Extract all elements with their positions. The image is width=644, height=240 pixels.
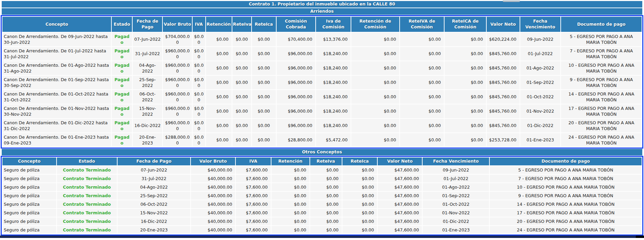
cell-valor-bruto: $960,000.00 xyxy=(163,61,192,75)
cell-documento: 10 - EGRESO POR PAGO A ANA MARIA TOBÓN xyxy=(561,61,642,75)
cell-retencion: $0.00 xyxy=(206,33,232,46)
cell-concepto: Canon De Arrendamiento. De 09-Jun-2022 h… xyxy=(2,33,111,46)
cell-comision-cobrada: $70,400.00 xyxy=(277,33,316,46)
cell-concepto: Canon De Arrendamiento. De 01-Jul-2022 h… xyxy=(2,47,111,61)
cell-reteiva-comision: $0.00 xyxy=(400,104,444,118)
cell-reteica: $0.00 xyxy=(252,76,276,89)
column-header-reteica: ReteIca xyxy=(252,17,276,32)
cell-reteiva-comision: $0.00 xyxy=(400,133,444,147)
cell-retencion: $0.00 xyxy=(206,61,232,75)
cell-fecha-vencimiento: 01-Ago-2022 xyxy=(423,183,489,191)
column-header-iva-de-comision: Iva de Comisión xyxy=(316,17,351,32)
cell-estado: Contrato Terminado xyxy=(57,209,117,217)
cell-comision-cobrada: $96,000.00 xyxy=(277,119,316,132)
column-header-fecha-de-pago: Fecha de Pago xyxy=(133,17,162,32)
cell-retencion-comision: $0.00 xyxy=(351,133,399,147)
cell-iva: $7,600.00 xyxy=(236,209,270,217)
column-header-documento-de-pago: Documento de pago xyxy=(561,17,642,32)
cell-iva: $7,600.00 xyxy=(236,217,270,225)
cell-iva-comision: $5,472.00 xyxy=(316,133,351,147)
cell-reteiva: $0.00 xyxy=(310,226,342,234)
cell-fecha-pago: 04-Ago-2022 xyxy=(118,183,190,191)
cell-valor-neto: $47,600.00 xyxy=(378,209,422,217)
cell-iva: $0.00 xyxy=(193,61,205,75)
table-row: Seguro de pólizaContrato Terminado25-Sep… xyxy=(2,192,642,200)
cell-valor-bruto: $40,000.00 xyxy=(191,175,235,182)
cell-fecha-vencimiento: 09-Jun-2022 xyxy=(423,166,489,174)
cell-documento: 20 - EGRESO POR PAGO A ANA MARIA TOBÓN xyxy=(490,217,642,225)
cell-fecha-vencimiento: 01-Sep-2022 xyxy=(423,192,489,200)
column-header-iva: IVA xyxy=(236,157,270,165)
column-header-valor-neto: Valor Neto xyxy=(378,157,422,165)
table-row: Canon De Arrendamiento. De 01-Nov-2022 h… xyxy=(2,104,642,118)
cell-reteica: $0.00 xyxy=(342,209,377,217)
cell-reteica: $0.00 xyxy=(342,175,377,182)
table-row: Canon De Arrendamiento. De 01-Ago-2022 h… xyxy=(2,61,642,75)
cell-valor-bruto: $704,000.00 xyxy=(163,33,192,46)
cell-retencion-comision: $0.00 xyxy=(351,61,399,75)
cell-estado: Pagado xyxy=(112,47,132,61)
cell-reteiva: $0.00 xyxy=(232,119,251,132)
cell-estado: Contrato Terminado xyxy=(57,166,117,174)
table-row: Canon De Arrendamiento. De 09-Jun-2022 h… xyxy=(2,33,642,46)
cell-documento: 20 - EGRESO POR PAGO A ANA MARIA TOBÓN xyxy=(561,119,642,132)
cell-estado: Contrato Terminado xyxy=(57,200,117,208)
cell-comision-cobrada: $96,000.00 xyxy=(277,90,316,104)
cell-reteica-comision: $0.00 xyxy=(445,133,486,147)
section-bar-otros-conceptos: Otros Conceptos xyxy=(2,149,642,155)
cell-fecha-vencimiento: 01-Dic-2022 xyxy=(423,217,489,225)
cell-valor-bruto: $40,000.00 xyxy=(191,200,235,208)
cell-valor-bruto: $40,000.00 xyxy=(191,166,235,174)
cell-fecha-pago: 15-Nov-2022 xyxy=(133,104,162,118)
column-header-retencion: Retención xyxy=(271,157,309,165)
cell-reteica: $0.00 xyxy=(342,183,377,191)
cell-retencion: $0.00 xyxy=(271,192,309,200)
column-header-concepto: Concepto xyxy=(2,157,56,165)
cell-fecha-pago: 06-Oct-2022 xyxy=(118,200,190,208)
cell-iva-comision: $18,240.00 xyxy=(316,61,351,75)
table-row: Seguro de pólizaContrato Terminado04-Ago… xyxy=(2,183,642,191)
cell-concepto: Seguro de póliza xyxy=(2,226,56,234)
cell-reteiva-comision: $0.00 xyxy=(400,119,444,132)
cell-documento: 5 - EGRESO POR PAGO A ANA MARIA TOBÓN xyxy=(561,33,642,46)
cell-iva: $0.00 xyxy=(193,133,205,147)
cell-reteica: $0.00 xyxy=(342,192,377,200)
cell-estado: Contrato Terminado xyxy=(57,192,117,200)
cell-retencion-comision: $0.00 xyxy=(351,33,399,46)
cell-concepto: Seguro de póliza xyxy=(2,200,56,208)
cell-estado: Pagado xyxy=(112,33,132,46)
cell-fecha-vencimiento: 01-Ene-2023 xyxy=(423,226,489,234)
cell-estado: Contrato Terminado xyxy=(57,175,117,182)
cell-concepto: Seguro de póliza xyxy=(2,217,56,225)
otros-conceptos-table: Concepto Estado Fecha de Pago Valor Brut… xyxy=(2,157,642,235)
cell-estado: Pagado xyxy=(112,104,132,118)
cell-retencion: $0.00 xyxy=(206,47,232,61)
cell-concepto: Canon De Arrendamiento. De 01-Nov-2022 h… xyxy=(2,104,111,118)
cell-retencion: $0.00 xyxy=(206,133,232,147)
cut-off-tab[interactable] xyxy=(503,0,520,2)
cell-retencion: $0.00 xyxy=(271,175,309,182)
cell-fecha-vencimiento: 01-Dic-2022 xyxy=(520,119,560,132)
cell-valor-bruto: $960,000.00 xyxy=(163,119,192,132)
cell-reteica: $0.00 xyxy=(252,61,276,75)
cell-documento: 7 - EGRESO POR PAGO A ANA MARIA TOBÓN xyxy=(561,47,642,61)
cell-reteica-comision: $0.00 xyxy=(445,104,486,118)
cell-valor-neto: $47,600.00 xyxy=(378,166,422,174)
cell-iva: $7,600.00 xyxy=(236,166,270,174)
column-header-comision-cobrada: Comisión Cobrada xyxy=(277,17,316,32)
table-row: Canon De Arrendamiento. De 01-Jul-2022 h… xyxy=(2,47,642,61)
cell-concepto: Canon De Arrendamiento. De 01-Sep-2022 h… xyxy=(2,76,111,89)
cell-iva: $0.00 xyxy=(193,119,205,132)
cell-retencion-comision: $0.00 xyxy=(351,119,399,132)
cell-valor-bruto: $960,000.00 xyxy=(163,90,192,104)
arriendos-table-frame: Concepto Estado Fecha de Pago Valor Brut… xyxy=(1,15,643,149)
window-bottom-edge xyxy=(0,236,644,238)
otros-conceptos-header-row: Concepto Estado Fecha de Pago Valor Brut… xyxy=(2,157,642,165)
cell-estado: Pagado xyxy=(112,119,132,132)
column-header-documento-de-pago: Documento de pago xyxy=(490,157,642,165)
cell-valor-bruto: $40,000.00 xyxy=(191,192,235,200)
cell-reteiva: $0.00 xyxy=(310,166,342,174)
table-row: Seguro de pólizaContrato Terminado31-Jul… xyxy=(2,175,642,182)
cell-iva: $0.00 xyxy=(193,47,205,61)
arriendos-header-row: Concepto Estado Fecha de Pago Valor Brut… xyxy=(2,17,642,32)
